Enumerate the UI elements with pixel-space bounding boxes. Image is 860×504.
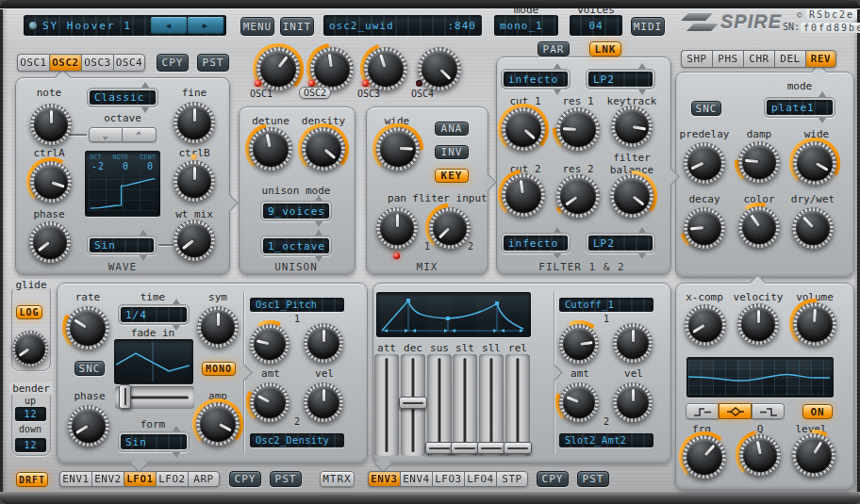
lfo-fade-slider-handle[interactable] [119, 384, 131, 409]
reverb-mode-dropdown[interactable]: plate1 [764, 97, 835, 118]
tab-env3[interactable]: ENV3 [368, 471, 400, 487]
pan-knob[interactable] [376, 207, 418, 249]
tab-env4[interactable]: ENV4 [400, 471, 432, 487]
eq-peak-button[interactable] [719, 403, 752, 419]
osc2-level-knob[interactable] [310, 47, 354, 90]
tab-env2[interactable]: ENV2 [91, 471, 124, 487]
dropdown-up-icon[interactable] [315, 230, 322, 236]
env-dec-slider-handle[interactable] [399, 397, 427, 409]
lfo-amp-knob[interactable] [196, 402, 240, 446]
lfo-fade-slider[interactable] [115, 386, 194, 409]
bender-down-display[interactable]: 12 [15, 438, 46, 452]
level-knob[interactable] [792, 433, 835, 477]
reverb-wide-knob[interactable] [793, 141, 836, 185]
reverb-sync-button[interactable]: SNC [691, 101, 721, 116]
env-rel-slider[interactable] [505, 354, 530, 456]
env-sll-slider-handle[interactable] [477, 442, 505, 454]
lfo-mod-slot2-display[interactable]: Osc2_Density [250, 433, 344, 447]
glide-knob[interactable] [12, 331, 48, 366]
mode-display[interactable]: mono_1 [494, 15, 558, 36]
filter-par-button[interactable]: PAR [538, 41, 570, 57]
lfo-mod1-amt-knob[interactable] [250, 324, 289, 364]
keytrack-knob[interactable] [611, 106, 653, 147]
tab-osc1[interactable]: OSC1 [17, 54, 49, 72]
wide-knob[interactable] [376, 127, 420, 171]
filter-input-knob[interactable] [429, 207, 471, 249]
tab-lfo2[interactable]: LFO2 [156, 471, 188, 487]
tab-osc3[interactable]: OSC3 [81, 54, 113, 72]
note-knob[interactable] [30, 104, 72, 145]
preset-prev-button[interactable]: ◀ [151, 17, 187, 34]
tab-arp[interactable]: ARP [188, 471, 220, 487]
osc1-level-knob[interactable] [256, 47, 300, 90]
tab-phs[interactable]: PHS [712, 50, 743, 68]
envelope-display[interactable] [376, 292, 531, 337]
env-dec-slider[interactable] [401, 354, 425, 456]
lfo-form-dropdown[interactable]: Sin [118, 431, 190, 452]
res2-knob[interactable] [556, 174, 600, 218]
env-mod-slot2-display[interactable]: Slot2_Amt2 [559, 433, 653, 447]
dropdown-down-icon[interactable] [554, 253, 561, 259]
res1-knob[interactable] [556, 107, 600, 151]
cut2-knob[interactable] [502, 173, 545, 217]
env-rel-slider-handle[interactable] [504, 442, 532, 454]
dropdown-down-icon[interactable] [315, 221, 322, 227]
octave-down-button[interactable]: ⌄ [89, 127, 123, 142]
fine-knob[interactable] [174, 102, 215, 143]
env-slt-slider[interactable] [453, 354, 477, 456]
lfo-phase-knob[interactable] [68, 405, 109, 447]
glide-log-button[interactable]: LOG [16, 305, 42, 319]
dropdown-down-icon[interactable] [141, 107, 149, 113]
tab-chr[interactable]: CHR [743, 50, 774, 68]
lfo-mono-button[interactable]: MONO [202, 362, 236, 376]
dropdown-up-icon[interactable] [638, 227, 646, 233]
filter2-type-dropdown[interactable]: infecto [501, 233, 571, 253]
dry-wet-knob[interactable] [792, 207, 834, 249]
osc3-level-knob[interactable] [364, 47, 407, 90]
tab-rev[interactable]: REV [805, 50, 836, 68]
dropdown-down-icon[interactable] [173, 452, 180, 458]
preset-display[interactable]: SY Hoover 1 ◀ ▶ [24, 15, 226, 36]
dropdown-up-icon[interactable] [638, 63, 646, 69]
filter1-type-dropdown[interactable]: infecto [501, 69, 571, 89]
matrix-button[interactable]: MTRX [320, 471, 355, 487]
volume-knob[interactable] [793, 302, 836, 346]
lfo-mod2-amt-knob[interactable] [250, 382, 289, 422]
env-slt-slider-handle[interactable] [451, 442, 479, 454]
inv-button[interactable]: INV [435, 145, 469, 159]
dropdown-up-icon[interactable] [173, 426, 180, 431]
dropdown-up-icon[interactable] [554, 227, 561, 233]
init-button[interactable]: INIT [280, 17, 314, 36]
env-sus-slider[interactable] [427, 354, 452, 456]
mod-b-copy-button[interactable]: CPY [537, 471, 569, 487]
dropdown-up-icon[interactable] [173, 299, 180, 304]
lfo-mod2-vel-knob[interactable] [304, 382, 343, 422]
mod-a-paste-button[interactable]: PST [270, 471, 302, 487]
filter1-shape-dropdown[interactable]: LP2 [586, 69, 655, 89]
env-mod1-amt-knob[interactable] [559, 324, 599, 364]
wt-mix-knob[interactable] [174, 219, 215, 261]
ctrl-a-knob[interactable] [30, 161, 72, 203]
x-comp-knob[interactable] [685, 304, 726, 346]
eq-on-button[interactable]: ON [802, 404, 833, 419]
mod-b-paste-button[interactable]: PST [577, 471, 609, 487]
lfo-sync-button[interactable]: SNC [74, 361, 105, 376]
dropdown-down-icon[interactable] [819, 118, 826, 123]
decay-knob[interactable] [684, 207, 725, 249]
tab-env1[interactable]: ENV1 [59, 471, 91, 487]
dropdown-up-icon[interactable] [554, 63, 561, 69]
ana-button[interactable]: ANA [435, 122, 469, 136]
lfo-mod1-vel-knob[interactable] [304, 323, 343, 363]
tab-stp[interactable]: STP [496, 471, 528, 487]
osc-paste-button[interactable]: PST [197, 54, 229, 72]
eq-low-shelf-button[interactable] [686, 403, 719, 419]
osc4-level-knob[interactable] [418, 47, 461, 90]
damp-knob[interactable] [738, 141, 780, 183]
eq-display[interactable] [686, 357, 834, 398]
tab-osc2[interactable]: OSC2 [49, 54, 81, 72]
env-mod2-amt-knob[interactable] [559, 382, 599, 422]
bender-up-display[interactable]: 12 [15, 407, 46, 421]
filter-link-button[interactable]: LNK [589, 41, 621, 57]
env-att-slider[interactable] [374, 354, 399, 456]
predelay-knob[interactable] [684, 142, 725, 184]
